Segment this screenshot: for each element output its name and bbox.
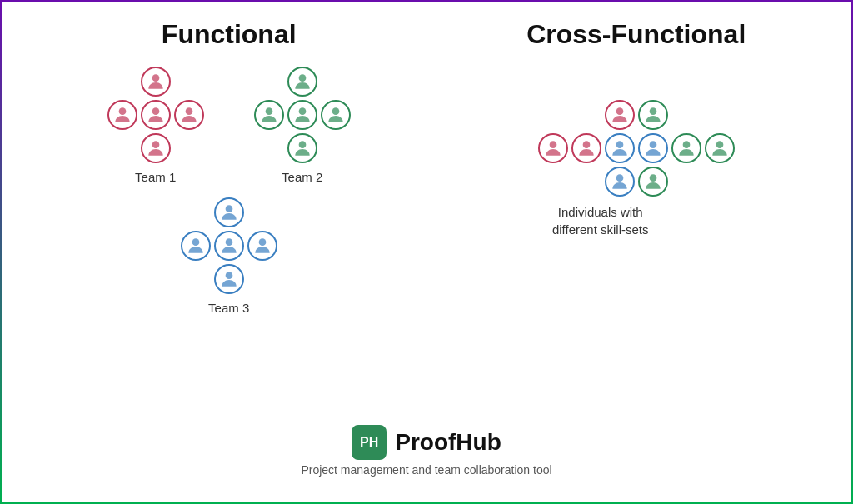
cf-avatar-green <box>638 100 668 130</box>
team3-top-avatar <box>214 197 244 227</box>
avatar-blue <box>214 231 244 261</box>
team1-left-avatar <box>107 100 137 130</box>
team1-label: Team 1 <box>135 170 176 184</box>
avatar-pink <box>174 100 204 130</box>
brand-logo: PH <box>352 425 387 460</box>
team3-wrapper: Team 3 <box>181 197 277 315</box>
brand-name: ProofHub <box>395 429 501 456</box>
svg-point-13 <box>258 238 266 246</box>
avatar-blue <box>214 197 244 227</box>
avatar-green <box>287 67 317 97</box>
svg-point-9 <box>298 141 306 148</box>
cf-mid-row <box>538 133 735 163</box>
team2-right-avatar <box>321 100 351 130</box>
cf-avatar-pink <box>571 133 601 163</box>
main-container: Functional <box>2 2 851 502</box>
team2-group: Team 2 <box>254 67 351 184</box>
footer: PH ProofHub Project management and team … <box>301 425 551 485</box>
team2-bottom-avatar <box>287 133 317 163</box>
svg-point-23 <box>616 174 623 182</box>
avatar-green <box>321 100 351 130</box>
avatar-blue <box>247 231 277 261</box>
avatar-blue <box>214 264 244 294</box>
svg-point-20 <box>649 141 656 148</box>
svg-point-14 <box>225 272 232 279</box>
cf-bot-row <box>538 167 735 197</box>
functional-section: Functional <box>107 19 351 315</box>
team2-center-avatar <box>287 100 317 130</box>
team1-center-avatar <box>141 100 171 130</box>
avatar-green <box>287 100 317 130</box>
cf-avatar-pink <box>605 100 635 130</box>
sections-row: Functional <box>19 19 834 417</box>
avatar-pink <box>141 133 171 163</box>
cross-functional-title: Cross-Functional <box>526 19 746 50</box>
svg-point-11 <box>192 238 199 246</box>
avatar-blue <box>181 231 211 261</box>
cf-avatar-pink <box>538 133 568 163</box>
svg-point-10 <box>225 205 232 212</box>
avatar-pink <box>141 100 171 130</box>
svg-point-3 <box>185 107 192 115</box>
svg-point-21 <box>682 141 690 148</box>
team1-bottom-avatar <box>141 133 171 163</box>
cf-avatar-green <box>638 167 668 197</box>
functional-teams-row: Team 1 <box>107 67 351 184</box>
svg-point-22 <box>716 141 723 148</box>
avatar-green <box>254 100 284 130</box>
svg-point-1 <box>118 107 126 115</box>
svg-point-4 <box>152 141 159 148</box>
avatar-green <box>287 133 317 163</box>
cf-avatar-green <box>705 133 735 163</box>
brand-row: PH ProofHub <box>352 425 501 460</box>
svg-point-17 <box>549 141 556 148</box>
team3-bottom-avatar <box>214 264 244 294</box>
avatar-pink <box>107 100 137 130</box>
cf-avatar-green <box>671 133 701 163</box>
team3-center-avatar <box>214 231 244 261</box>
cf-avatar-blue <box>605 167 635 197</box>
svg-point-6 <box>265 107 272 115</box>
svg-point-2 <box>152 107 159 115</box>
cf-avatar-blue <box>605 133 635 163</box>
svg-point-8 <box>332 107 339 115</box>
team2-top-avatar <box>287 67 317 97</box>
team3-label: Team 3 <box>208 301 249 315</box>
svg-point-0 <box>152 74 159 82</box>
svg-point-7 <box>298 107 306 115</box>
team3-layout <box>181 197 277 294</box>
team1-group: Team 1 <box>107 67 204 184</box>
team3-group: Team 3 <box>181 197 277 315</box>
team2-layout <box>254 67 351 163</box>
svg-point-24 <box>649 174 656 182</box>
svg-point-12 <box>225 238 232 246</box>
svg-point-16 <box>649 107 656 115</box>
team1-layout <box>107 67 204 163</box>
cf-avatar-blue <box>638 133 668 163</box>
team2-label: Team 2 <box>282 170 322 184</box>
cf-top-row <box>538 100 735 130</box>
svg-point-5 <box>298 74 306 82</box>
team2-left-avatar <box>254 100 284 130</box>
cf-label: Individuals withdifferent skill-sets <box>538 203 663 238</box>
svg-point-18 <box>582 141 590 148</box>
team1-right-avatar <box>174 100 204 130</box>
cross-functional-section: Cross-Functional <box>526 19 746 238</box>
svg-point-15 <box>616 107 623 115</box>
brand-tagline: Project management and team collaboratio… <box>301 463 551 477</box>
team3-right-avatar <box>247 231 277 261</box>
cross-functional-group: Individuals withdifferent skill-sets <box>538 100 735 238</box>
svg-point-19 <box>616 141 623 148</box>
functional-title: Functional <box>162 19 297 50</box>
avatar-pink <box>141 67 171 97</box>
team1-top-avatar <box>141 67 171 97</box>
team3-left-avatar <box>181 231 211 261</box>
